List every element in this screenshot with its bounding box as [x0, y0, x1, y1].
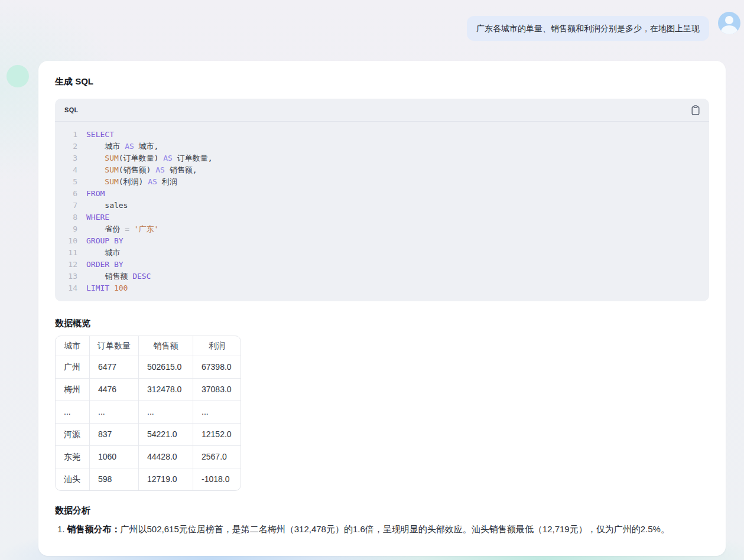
analysis-item-label: 销售额分布： — [67, 524, 121, 534]
table-cell: 37083.0 — [193, 379, 241, 401]
line-number: 7 — [62, 200, 77, 211]
table-cell: 67398.0 — [193, 356, 241, 379]
table-row: ............ — [56, 401, 241, 424]
code-line: 9 省份 = '广东' — [62, 223, 700, 235]
table-cell: 河源 — [56, 424, 90, 446]
line-number: 11 — [62, 247, 77, 259]
code-language-label: SQL — [64, 105, 79, 115]
data-preview-table: 城市订单数量销售额利润 广州6477502615.067398.0梅州44763… — [55, 336, 241, 491]
line-number: 2 — [62, 141, 77, 152]
analysis-section-title: 数据分析 — [55, 505, 709, 516]
line-number: 5 — [62, 176, 77, 188]
table-cell: 44428.0 — [139, 446, 193, 468]
assistant-response-card: 生成 SQL SQL 1SELECT2 城市 AS 城市,3 SUM(订单数量)… — [38, 61, 726, 556]
clipboard-icon — [691, 105, 700, 115]
table-cell: 1060 — [90, 446, 139, 468]
sql-section-title: 生成 SQL — [55, 76, 709, 87]
table-cell: 6477 — [90, 356, 139, 379]
line-number: 13 — [62, 271, 77, 282]
code-line: 14LIMIT 100 — [62, 282, 700, 294]
sql-code-block: SQL 1SELECT2 城市 AS 城市,3 SUM(订单数量) AS 订单数… — [55, 99, 709, 301]
table-cell: 梅州 — [56, 379, 90, 401]
analysis-item-number: 1. — [57, 524, 65, 534]
code-line: 1SELECT — [62, 129, 700, 141]
user-message-bubble: 广东各城市的单量、销售额和利润分别是多少，在地图上呈现 — [467, 16, 709, 41]
code-line: 4 SUM(销售额) AS 销售额, — [62, 164, 700, 176]
table-body: 广州6477502615.067398.0梅州4476312478.037083… — [56, 356, 241, 490]
assistant-message-row: 生成 SQL SQL 1SELECT2 城市 AS 城市,3 SUM(订单数量)… — [0, 61, 744, 556]
code-line: 2 城市 AS 城市, — [62, 141, 700, 152]
line-number: 6 — [62, 188, 77, 200]
code-line: 11 城市 — [62, 247, 700, 259]
code-line: 7 sales — [62, 200, 700, 211]
table-cell: ... — [90, 401, 139, 424]
table-row: 广州6477502615.067398.0 — [56, 356, 241, 379]
line-number: 12 — [62, 259, 77, 271]
table-cell: ... — [139, 401, 193, 424]
table-cell: 东莞 — [56, 446, 90, 468]
table-header: 城市订单数量销售额利润 — [56, 336, 241, 356]
code-line: 13 销售额 DESC — [62, 271, 700, 282]
table-cell: 汕头 — [56, 468, 90, 490]
table-column-header: 订单数量 — [90, 336, 139, 356]
table-cell: ... — [56, 401, 90, 424]
user-message-row: 广东各城市的单量、销售额和利润分别是多少，在地图上呈现 — [0, 0, 744, 41]
analysis-item-text: 广州以502,615元位居榜首，是第二名梅州（312,478元）的1.6倍，呈现… — [121, 524, 670, 534]
line-number: 9 — [62, 223, 77, 235]
code-line: 5 SUM(利润) AS 利润 — [62, 176, 700, 188]
table-cell: 2567.0 — [193, 446, 241, 468]
user-avatar — [718, 12, 740, 34]
line-number: 14 — [62, 282, 77, 294]
table-cell: -1018.0 — [193, 468, 241, 490]
table-cell: ... — [193, 401, 241, 424]
table-row: 东莞106044428.02567.0 — [56, 446, 241, 468]
table-column-header: 利润 — [193, 336, 241, 356]
table-column-header: 城市 — [56, 336, 90, 356]
code-line: 10GROUP BY — [62, 235, 700, 247]
table-row: 梅州4476312478.037083.0 — [56, 379, 241, 401]
table-cell: 598 — [90, 468, 139, 490]
line-number: 3 — [62, 152, 77, 164]
line-number: 1 — [62, 129, 77, 141]
table-cell: 312478.0 — [139, 379, 193, 401]
code-line: 8WHERE — [62, 211, 700, 223]
line-number: 10 — [62, 235, 77, 247]
code-line: 12ORDER BY — [62, 259, 700, 271]
analysis-list: 1.销售额分布：广州以502,615元位居榜首，是第二名梅州（312,478元）… — [55, 520, 709, 538]
sql-code-header: SQL — [55, 99, 709, 122]
table-cell: 54221.0 — [139, 424, 193, 446]
table-cell: 502615.0 — [139, 356, 193, 379]
code-line: 6FROM — [62, 188, 700, 200]
analysis-item: 1.销售额分布：广州以502,615元位居榜首，是第二名梅州（312,478元）… — [57, 520, 709, 538]
table-cell: 12719.0 — [139, 468, 193, 490]
table-row: 河源83754221.012152.0 — [56, 424, 241, 446]
table-cell: 4476 — [90, 379, 139, 401]
copy-code-button[interactable] — [691, 105, 700, 115]
table-cell: 12152.0 — [193, 424, 241, 446]
person-icon — [725, 16, 733, 24]
sql-code-lines: 1SELECT2 城市 AS 城市,3 SUM(订单数量) AS 订单数量,4 … — [55, 122, 709, 301]
code-line: 3 SUM(订单数量) AS 订单数量, — [62, 152, 700, 164]
line-number: 8 — [62, 211, 77, 223]
table-column-header: 销售额 — [139, 336, 193, 356]
table-cell: 广州 — [56, 356, 90, 379]
table-row: 汕头59812719.0-1018.0 — [56, 468, 241, 490]
line-number: 4 — [62, 164, 77, 176]
table-section-title: 数据概览 — [55, 318, 709, 328]
table-cell: 837 — [90, 424, 139, 446]
assistant-avatar — [7, 65, 29, 87]
